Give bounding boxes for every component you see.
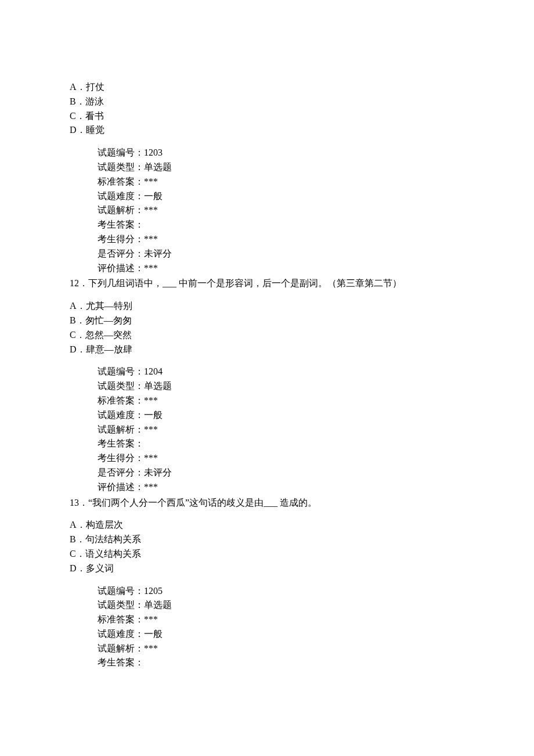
question-stem: 12． 下列几组词语中，___ 中前一个是形容词，后一个是副词。（第三章第二节） [70, 276, 464, 291]
option-text: 构造层次 [86, 520, 123, 530]
option-prefix: D． [70, 563, 86, 573]
question-meta: 试题编号：1205 试题类型：单选题 标准答案：*** 试题难度：一般 试题解析… [70, 584, 464, 671]
option-text: 语义结构关系 [85, 549, 141, 559]
option-text: 睡觉 [86, 125, 104, 135]
document-page: A．打仗 B．游泳 C．看书 D．睡觉 试题编号：1203 试题类型：单选题 标… [0, 0, 534, 756]
option-prefix: A． [70, 520, 86, 530]
meta-value: *** [144, 482, 158, 492]
meta-answer: 标准答案：*** [98, 394, 464, 408]
meta-difficulty: 试题难度：一般 [98, 627, 464, 642]
meta-label: 是否评分： [98, 249, 144, 258]
meta-value: 1204 [144, 366, 163, 376]
meta-value: 未评分 [144, 249, 172, 258]
meta-id: 试题编号：1204 [98, 365, 464, 379]
meta-label: 试题类型： [98, 600, 144, 610]
option-text: 匆忙—匆匆 [85, 315, 132, 325]
meta-label: 考生答案： [98, 657, 144, 667]
option-b: B．游泳 [70, 95, 464, 109]
option-text: 忽然—突然 [85, 330, 132, 340]
meta-value: *** [144, 453, 158, 463]
meta-answer: 标准答案：*** [98, 613, 464, 627]
meta-label: 试题编号： [98, 586, 144, 596]
meta-graded: 是否评分：未评分 [98, 247, 464, 261]
meta-label: 标准答案： [98, 614, 144, 624]
question-meta: 试题编号：1203 试题类型：单选题 标准答案：*** 试题难度：一般 试题解析… [70, 146, 464, 275]
meta-desc: 评价描述：*** [98, 261, 464, 276]
option-text: 多义词 [86, 563, 114, 573]
question-options: A．尤其—特别 B．匆忙—匆匆 C．忽然—突然 D．肆意—放肆 [70, 299, 464, 357]
option-a: A．尤其—特别 [70, 299, 464, 314]
meta-answer: 标准答案：*** [98, 175, 464, 189]
option-a: A．打仗 [70, 80, 464, 95]
option-prefix: C． [70, 111, 85, 121]
meta-difficulty: 试题难度：一般 [98, 189, 464, 204]
option-b: B．匆忙—匆匆 [70, 314, 464, 328]
question-text: 下列几组词语中，___ 中前一个是形容词，后一个是副词。（第三章第二节） [88, 276, 464, 291]
meta-analysis: 试题解析：*** [98, 203, 464, 218]
option-prefix: B． [70, 534, 85, 544]
meta-value: *** [144, 234, 158, 244]
meta-analysis: 试题解析：*** [98, 423, 464, 437]
meta-label: 是否评分： [98, 467, 144, 477]
meta-student-answer: 考生答案： [98, 656, 464, 670]
meta-value: 1203 [144, 147, 163, 157]
meta-label: 试题难度： [98, 191, 144, 201]
option-c: C．语义结构关系 [70, 547, 464, 561]
meta-value: 单选题 [144, 600, 172, 610]
meta-type: 试题类型：单选题 [98, 379, 464, 394]
option-prefix: D． [70, 344, 86, 354]
option-text: 句法结构关系 [85, 534, 141, 544]
meta-value: 单选题 [144, 381, 172, 391]
meta-desc: 评价描述：*** [98, 480, 464, 495]
meta-value: *** [144, 205, 158, 215]
meta-label: 试题编号： [98, 366, 144, 376]
meta-label: 试题编号： [98, 147, 144, 157]
meta-student-answer: 考生答案： [98, 437, 464, 451]
meta-student-score: 考生得分：*** [98, 451, 464, 466]
meta-label: 试题解析： [98, 424, 144, 434]
meta-value: 未评分 [144, 467, 172, 477]
meta-label: 试题难度： [98, 629, 144, 639]
option-text: 打仗 [86, 82, 104, 92]
meta-value: *** [144, 263, 158, 273]
option-text: 肆意—放肆 [86, 344, 132, 354]
meta-label: 考生得分： [98, 234, 144, 244]
meta-type: 试题类型：单选题 [98, 598, 464, 613]
meta-difficulty: 试题难度：一般 [98, 408, 464, 423]
meta-label: 试题类型： [98, 162, 144, 172]
meta-label: 考生答案： [98, 438, 144, 448]
question-options: A．打仗 B．游泳 C．看书 D．睡觉 [70, 80, 464, 138]
meta-student-answer: 考生答案： [98, 218, 464, 232]
meta-label: 标准答案： [98, 177, 144, 186]
meta-label: 考生答案： [98, 219, 144, 229]
question-number: 13． [70, 496, 88, 510]
option-prefix: B． [70, 96, 85, 106]
option-prefix: C． [70, 330, 85, 340]
meta-value: 一般 [144, 629, 163, 639]
option-prefix: C． [70, 549, 85, 559]
option-c: C．看书 [70, 109, 464, 124]
meta-label: 评价描述： [98, 263, 144, 273]
option-text: 游泳 [85, 96, 104, 106]
meta-label: 考生得分： [98, 453, 144, 463]
meta-value: 单选题 [144, 162, 172, 172]
option-prefix: A． [70, 301, 86, 311]
option-d: D．多义词 [70, 561, 464, 576]
option-d: D．睡觉 [70, 123, 464, 138]
meta-label: 试题解析： [98, 643, 144, 653]
meta-value: *** [144, 395, 158, 405]
question-meta: 试题编号：1204 试题类型：单选题 标准答案：*** 试题难度：一般 试题解析… [70, 365, 464, 494]
meta-value: 一般 [144, 410, 163, 420]
meta-graded: 是否评分：未评分 [98, 466, 464, 480]
meta-label: 标准答案： [98, 395, 144, 405]
option-a: A．构造层次 [70, 518, 464, 532]
meta-student-score: 考生得分：*** [98, 232, 464, 247]
option-text: 看书 [85, 111, 104, 121]
question-number: 12． [70, 276, 88, 291]
meta-label: 评价描述： [98, 482, 144, 492]
question-text: “我们两个人分一个西瓜”这句话的歧义是由___ 造成的。 [88, 496, 464, 510]
meta-id: 试题编号：1203 [98, 146, 464, 160]
question-options: A．构造层次 B．句法结构关系 C．语义结构关系 D．多义词 [70, 518, 464, 575]
meta-value: *** [144, 614, 158, 624]
option-prefix: B． [70, 315, 85, 325]
